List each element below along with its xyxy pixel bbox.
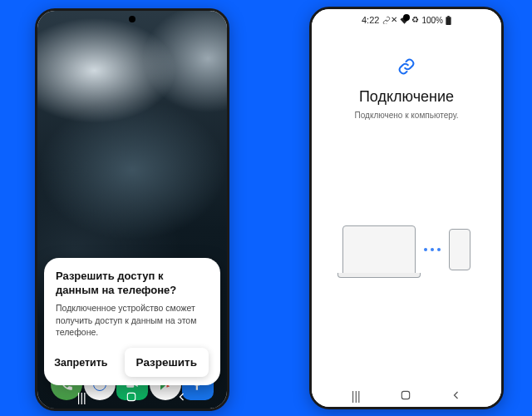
- status-right: ✕ ♻ 100%: [391, 16, 451, 25]
- connection-screen: 4:22 ✕ ♻ 100% Подключение Подключено: [312, 9, 501, 407]
- status-time: 4:22: [362, 15, 379, 25]
- connection-title: Подключение: [359, 88, 454, 106]
- dialog-buttons: Запретить Разрешить: [56, 348, 209, 377]
- permission-dialog: Разрешить доступ к данным на телефоне? П…: [44, 258, 220, 385]
- phone-left: 2:19 ✕ ♻ 100%: [35, 8, 229, 411]
- recents-button[interactable]: |||: [352, 390, 361, 402]
- dialog-body: Подключенное устройство сможет получить …: [56, 302, 209, 338]
- svg-rect-12: [446, 17, 451, 25]
- connection-illustration: [312, 225, 501, 274]
- svg-rect-13: [447, 16, 449, 17]
- connection-subtitle: Подключено к компьютеру.: [355, 111, 459, 120]
- camera-hole: [403, 14, 410, 21]
- nav-bar: |||: [312, 385, 501, 407]
- nav-bar: |||: [37, 387, 227, 409]
- phone-right: 4:22 ✕ ♻ 100% Подключение Подключено: [309, 7, 504, 409]
- back-button[interactable]: [177, 392, 187, 404]
- svg-rect-11: [128, 393, 135, 400]
- back-button[interactable]: [451, 390, 461, 402]
- vibrate-icon: ✕: [391, 16, 397, 24]
- recents-button[interactable]: |||: [77, 392, 86, 404]
- recycle-icon: ♻: [411, 16, 419, 24]
- laptop-icon: [342, 225, 416, 274]
- phone-mini-icon: [449, 229, 470, 270]
- home-button[interactable]: [126, 391, 137, 404]
- dialog-title: Разрешить доступ к данным на телефоне?: [56, 270, 209, 298]
- camera-hole: [129, 16, 135, 22]
- allow-button[interactable]: Разрешить: [125, 348, 209, 377]
- battery-icon: [446, 16, 451, 25]
- transfer-dots-icon: [424, 248, 441, 251]
- link-status-icon: [382, 16, 391, 24]
- link-icon: [397, 57, 416, 80]
- home-button[interactable]: [400, 389, 411, 403]
- svg-rect-14: [402, 391, 410, 399]
- battery-text: 100%: [421, 16, 443, 25]
- deny-button[interactable]: Запретить: [46, 350, 116, 375]
